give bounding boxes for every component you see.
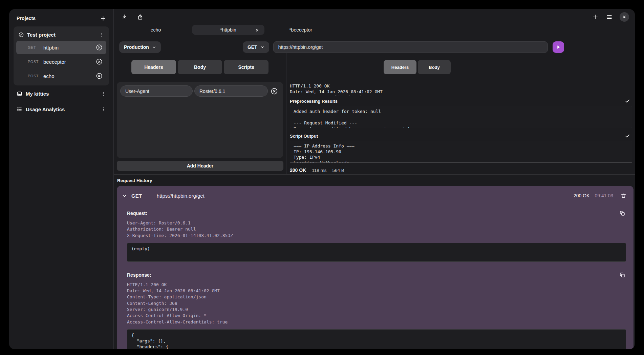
- method-label: GET: [248, 44, 257, 50]
- close-icon: [255, 28, 259, 32]
- header-value-input[interactable]: [194, 85, 268, 97]
- tab-request-headers[interactable]: Headers: [131, 60, 176, 74]
- share-icon: [137, 14, 143, 20]
- remove-header-button[interactable]: [270, 86, 279, 96]
- project-header[interactable]: Test project: [16, 29, 106, 40]
- trash-icon: [621, 193, 626, 199]
- remove-request-button[interactable]: [95, 72, 104, 80]
- divider: [173, 41, 173, 53]
- toolbar-right: [592, 12, 629, 22]
- request-label: Request:: [127, 211, 147, 216]
- close-icon: [622, 15, 626, 19]
- script-output-title: Script Output: [290, 134, 318, 139]
- sidebar-request-echo[interactable]: POST echo: [16, 69, 106, 83]
- request-history-title: Request History: [117, 178, 634, 183]
- history-response-header: Response:: [127, 271, 626, 279]
- request-method-label: GET: [28, 45, 43, 50]
- tab-httpbin[interactable]: *httpbin: [192, 25, 264, 35]
- circle-x-icon: [270, 87, 278, 95]
- history-method: GET: [131, 193, 142, 199]
- copy-icon: [619, 210, 625, 216]
- import-button[interactable]: [121, 13, 128, 21]
- tab-beeceptor[interactable]: *beeceptor: [264, 25, 337, 35]
- tab-echo[interactable]: echo: [120, 25, 192, 35]
- response-panel: Headers Body HTTP/1.1 200 OK Date: Wed, …: [286, 53, 635, 174]
- tab-response-body[interactable]: Body: [418, 60, 451, 74]
- status-time: 118 ms: [312, 168, 326, 173]
- window-close-button[interactable]: [620, 12, 629, 22]
- remove-request-button[interactable]: [95, 43, 104, 52]
- method-dropdown[interactable]: GET: [243, 41, 269, 53]
- history-time: 09:41:03: [595, 193, 614, 198]
- history-status: 200 OK: [574, 193, 589, 198]
- history-request-body: (empty): [127, 243, 626, 262]
- sidebar-item-usage-analytics[interactable]: Usage Analytics: [14, 102, 109, 117]
- list-icon: [17, 106, 22, 112]
- kebab-menu-icon: [99, 32, 104, 38]
- tab-close-button[interactable]: [255, 28, 260, 33]
- environment-dropdown[interactable]: Production: [119, 41, 161, 53]
- preprocessing-output: Added auth header for token: null --- Re…: [290, 106, 632, 128]
- plus-icon: [100, 16, 106, 21]
- tab-response-headers[interactable]: Headers: [384, 60, 416, 74]
- history-entry: GET https://httpbin.org/get 200 OK 09:41…: [117, 186, 634, 349]
- menu-button[interactable]: [605, 13, 613, 21]
- preprocessing-section: Preprocessing Results Added auth header …: [290, 96, 632, 128]
- request-panel: Headers Body Scripts Add Header: [114, 53, 286, 174]
- history-request-header: Request:: [127, 210, 626, 217]
- send-button[interactable]: [553, 41, 564, 53]
- add-project-button[interactable]: [100, 15, 107, 22]
- tab-request-scripts[interactable]: Scripts: [224, 60, 269, 74]
- app-window: Projects Test project GET httpbin: [9, 9, 635, 349]
- check-icon: [625, 98, 630, 104]
- collection-name: My kitties: [26, 91, 97, 97]
- tab-label: *httpbin: [220, 27, 236, 33]
- sidebar-request-httpbin[interactable]: GET httpbin: [16, 41, 106, 54]
- sidebar: Projects Test project GET httpbin: [9, 9, 114, 349]
- project-menu-button[interactable]: [99, 31, 105, 38]
- project-name: Test project: [27, 32, 95, 38]
- tab-label: *beeceptor: [289, 27, 312, 33]
- status-size: 564 B: [332, 168, 344, 173]
- script-output-header: Script Output: [290, 131, 632, 141]
- new-tab-button[interactable]: [592, 13, 599, 21]
- history-entry-header[interactable]: GET https://httpbin.org/get 200 OK 09:41…: [121, 190, 629, 201]
- status-code: 200 OK: [290, 167, 306, 173]
- header-key-input[interactable]: [120, 85, 193, 97]
- response-headers-preview: HTTP/1.1 200 OK Date: Wed, 14 Jan 2026 0…: [290, 83, 632, 96]
- url-input[interactable]: [273, 41, 548, 53]
- request-method-label: POST: [28, 74, 43, 78]
- tab-request-body[interactable]: Body: [178, 60, 222, 74]
- request-method-label: POST: [28, 60, 43, 64]
- request-tabs: Headers Body Scripts: [131, 60, 269, 74]
- preprocessing-title: Preprocessing Results: [290, 99, 338, 104]
- kebab-menu-icon: [101, 91, 106, 97]
- chevron-down-icon[interactable]: [122, 193, 127, 198]
- copy-request-button[interactable]: [619, 210, 626, 217]
- request-bar: Production GET: [114, 41, 635, 53]
- history-request-headers: User-Agent: Roster/0.6.1 Authorization: …: [127, 220, 626, 239]
- history-response-body: { "args": {}, "headers": {: [127, 329, 626, 349]
- collection-name: Usage Analytics: [26, 106, 97, 112]
- collection-menu-button[interactable]: [100, 90, 107, 97]
- circle-x-icon: [95, 72, 103, 80]
- delete-history-button[interactable]: [620, 192, 627, 199]
- export-button[interactable]: [136, 13, 144, 21]
- response-label: Response:: [127, 272, 151, 278]
- tab-strip: echo *httpbin *beeceptor: [120, 25, 635, 35]
- sidebar-item-my-kitties[interactable]: My kitties: [14, 86, 109, 101]
- kebab-menu-icon: [101, 106, 106, 112]
- add-header-button[interactable]: Add Header: [117, 161, 283, 171]
- image-icon: [17, 91, 22, 97]
- circle-x-icon: [95, 58, 103, 65]
- main-area: echo *httpbin *beeceptor Production GET: [114, 9, 635, 349]
- sidebar-request-beeceptor[interactable]: POST beeceptor: [16, 55, 106, 68]
- panels: Headers Body Scripts Add Header: [114, 53, 635, 174]
- copy-response-button[interactable]: [619, 271, 626, 279]
- chevron-down-icon: [260, 45, 264, 49]
- response-status-row: 200 OK 118 ms 564 B: [290, 166, 632, 174]
- history-entry-body: Request: User-Agent: Roster/0.6.1 Author…: [121, 210, 629, 349]
- request-name-label: echo: [43, 73, 95, 79]
- remove-request-button[interactable]: [95, 57, 104, 66]
- collection-menu-button[interactable]: [100, 106, 107, 113]
